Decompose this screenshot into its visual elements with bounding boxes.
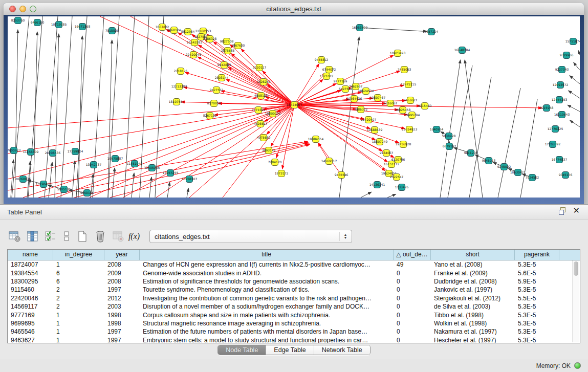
network-graph[interactable]: 1872400776638228660124891295422260553982… xyxy=(8,16,580,198)
table-cell: 1997 xyxy=(104,286,140,293)
column-header-year[interactable]: year xyxy=(104,250,140,260)
table-cell: 1 xyxy=(53,320,104,327)
function-builder-icon[interactable]: f(x) xyxy=(128,229,140,244)
combo-stepper-icon[interactable]: ▲▼ xyxy=(339,232,349,241)
graph-node-label: 1733426 xyxy=(395,185,409,189)
black-edge xyxy=(570,120,580,127)
network-canvas[interactable]: 1872400776638228660124891295422260553982… xyxy=(8,16,580,198)
table-cell: 2009 xyxy=(104,270,140,277)
table-row[interactable]: 1872400712008Changes of HCN gene express… xyxy=(8,260,580,269)
table-cell: 1 xyxy=(53,328,104,335)
select-columns-icon[interactable] xyxy=(43,229,58,244)
table-row[interactable]: 911546021997Tourette syndrome. Phenomeno… xyxy=(8,286,580,294)
column-header-in_degree[interactable]: in_degree xyxy=(53,250,104,260)
black-edge xyxy=(568,105,580,112)
table-cell: 0 xyxy=(394,337,431,343)
table-row[interactable]: 946554611997Estimation of the future num… xyxy=(8,327,580,336)
graph-node-label: 20364436 xyxy=(346,97,362,100)
graph-node-label: 17359924 xyxy=(68,149,83,153)
column-header-out_de[interactable]: △ out_de… xyxy=(394,250,431,260)
graph-node-label: 9777169 xyxy=(334,79,347,83)
window-titlebar[interactable]: citations_edges.txt xyxy=(4,3,584,15)
table-chooser-select[interactable]: citations_edges.txt ▲▼ xyxy=(149,230,352,243)
tab-edge-table[interactable]: Edge Table xyxy=(266,345,314,355)
column-header-short[interactable]: short xyxy=(431,250,515,260)
delete-column-icon[interactable] xyxy=(93,229,108,244)
graph-node-label: 20206536 xyxy=(45,151,61,155)
table-cell: 2003 xyxy=(104,303,140,310)
table-cell: Tourette syndrome. Phenomenology and cla… xyxy=(140,286,394,293)
table-cell: 2012 xyxy=(104,295,140,302)
tab-node-table[interactable]: Node Table xyxy=(218,345,266,355)
table-tabs: Node TableEdge TableNetwork Table xyxy=(0,345,588,355)
graph-node-label: 4626617 xyxy=(254,122,268,125)
window-title: citations_edges.txt xyxy=(4,5,584,13)
graph-node-label: 7600923 xyxy=(8,148,21,152)
row-height-icon[interactable] xyxy=(61,229,72,244)
table-scrollbar-thumb[interactable] xyxy=(574,261,578,276)
table-panel-titlebar[interactable]: Table Panel ✕ xyxy=(0,205,588,220)
graph-node-label: 18807249 xyxy=(372,140,388,143)
graph-node-label: 1640954 xyxy=(430,127,444,131)
network-view-frame: 1872400776638228660124891295422260553982… xyxy=(4,15,584,204)
close-panel-icon[interactable]: ✕ xyxy=(573,207,580,214)
table-cell: 0 xyxy=(394,270,431,277)
table-row[interactable]: 969969511998Structural magnetic resonanc… xyxy=(8,319,580,327)
graph-node-label: 12505135 xyxy=(144,166,160,169)
graph-node-label: 16151172 xyxy=(384,162,400,166)
column-header-pagerank[interactable]: pagerank xyxy=(515,250,559,260)
graph-node-label: 22420046 xyxy=(186,53,202,56)
float-panel-icon[interactable] xyxy=(559,207,566,214)
graph-node-label: 6466160 xyxy=(31,20,45,24)
table-row[interactable]: 2242004622012Investigating the contribut… xyxy=(8,294,580,302)
table-cell: 5.3E-5 xyxy=(515,312,559,319)
table-cell: 5.3E-5 xyxy=(515,328,559,335)
graph-node-label: 7924502 xyxy=(526,176,539,179)
table-cell: 9465546 xyxy=(8,328,53,335)
graph-node-label: 16774837 xyxy=(552,158,568,161)
graph-node-label: 12093572 xyxy=(553,83,569,86)
graph-node-label: 16648784 xyxy=(454,48,470,52)
show-columns-icon[interactable] xyxy=(25,229,40,244)
table-panel: Table Panel ✕ f(x) citat xyxy=(0,204,588,372)
table-cell: 19384554 xyxy=(8,270,53,277)
tab-network-table[interactable]: Network Table xyxy=(314,345,370,355)
table-row[interactable]: 946362711997Embryonic stem cells: a mode… xyxy=(8,336,580,343)
table-row[interactable]: 1938455462009Genome-wide association stu… xyxy=(8,269,580,277)
graph-node-label: 18107554 xyxy=(169,100,185,103)
table-cell: 0 xyxy=(394,303,431,310)
table-cell: 2008 xyxy=(104,261,140,268)
table-cell: Embryonic stem cells: a model to study s… xyxy=(140,337,394,343)
graph-node-label: 19654923 xyxy=(402,127,418,131)
black-edge xyxy=(108,16,119,198)
column-header-title[interactable]: title xyxy=(140,250,394,260)
graph-node-label: 18624534 xyxy=(358,89,374,93)
new-column-icon[interactable] xyxy=(75,229,90,244)
graph-node-label: 1626250 xyxy=(257,80,271,83)
graph-node-label: 7986372 xyxy=(354,107,368,111)
graph-node-label: 3893145 xyxy=(262,148,276,152)
table-cell: 0 xyxy=(394,328,431,335)
black-edge xyxy=(132,173,134,198)
column-header-name[interactable]: name xyxy=(8,250,53,260)
black-edge xyxy=(76,16,87,198)
table-panel-title: Table Panel xyxy=(7,208,42,216)
black-edge xyxy=(574,62,580,70)
table-cell: 18300295 xyxy=(8,278,53,285)
graph-node-label: 10688639 xyxy=(367,128,383,132)
table-row[interactable]: 1830029562008Estimation of significance … xyxy=(8,277,580,286)
black-edge xyxy=(465,60,483,198)
table-mode-icon[interactable] xyxy=(7,229,23,244)
status-bar: Memory: OK xyxy=(0,359,588,372)
black-edge xyxy=(360,28,427,31)
table-cell: 9777169 xyxy=(8,312,53,319)
table-cell: 1 xyxy=(53,337,104,343)
table-cell: Franke et al. (2009) xyxy=(431,270,515,277)
table-scrollbar[interactable] xyxy=(572,260,579,342)
table-cell: 14569117 xyxy=(8,303,53,310)
graph-node-label: 9455812 xyxy=(315,58,329,61)
table-row[interactable]: 1456911722003Disruption of a novel membe… xyxy=(8,302,580,311)
graph-node-label: 9242843 xyxy=(217,63,231,67)
table-row[interactable]: 977716911998Corpus callosum shape and si… xyxy=(8,311,580,319)
graph-node-label: 4558128 xyxy=(254,94,268,97)
